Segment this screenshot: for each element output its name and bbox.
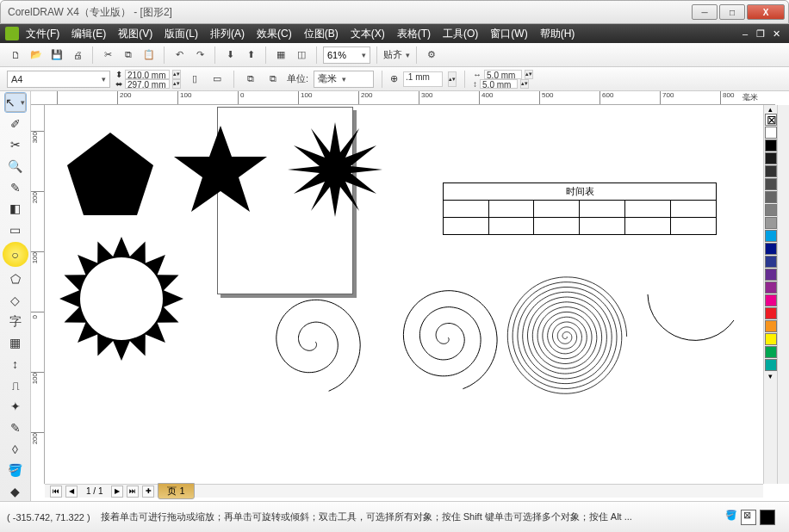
unit-select[interactable]: 毫米: [314, 71, 374, 88]
doc-restore-button[interactable]: ❐: [753, 28, 768, 40]
interactive-fill-tool[interactable]: ◆: [5, 482, 26, 501]
spiral-shape-1[interactable]: [257, 286, 369, 398]
color-swatch[interactable]: [765, 256, 777, 268]
snap-dropdown-arrow-icon[interactable]: ▾: [406, 51, 410, 59]
pick-tool[interactable]: ↖: [5, 93, 26, 112]
menu-text[interactable]: 文本(X): [351, 27, 385, 41]
last-page-button[interactable]: ⏭: [127, 486, 139, 498]
page-width-input[interactable]: 210.0 mm: [125, 70, 170, 79]
horizontal-scrollbar[interactable]: ⏮ ◀ 1 / 1 ▶ ⏭ ✚ 页 1: [45, 484, 763, 498]
paper-size-select[interactable]: A4: [7, 71, 110, 88]
page-height-input[interactable]: 297.0 mm: [125, 79, 170, 89]
table-tool[interactable]: ▦: [5, 333, 26, 352]
paste-button[interactable]: 📋: [140, 46, 158, 64]
menu-layout[interactable]: 版面(L): [165, 27, 198, 41]
redo-button[interactable]: ↷: [191, 46, 208, 64]
height-spinner[interactable]: ▴▾: [172, 79, 181, 89]
zoom-select[interactable]: 61%: [323, 46, 370, 64]
vertical-ruler[interactable]: 3002001000100200: [31, 105, 45, 484]
table-cell[interactable]: [624, 218, 670, 235]
color-swatch[interactable]: [765, 217, 777, 229]
color-swatch[interactable]: [765, 243, 777, 255]
zoom-tool[interactable]: 🔍: [5, 157, 26, 176]
menu-table[interactable]: 表格(T): [397, 27, 431, 41]
table-cell[interactable]: [580, 201, 625, 218]
import-button[interactable]: ⬇: [221, 46, 239, 64]
color-swatch[interactable]: [765, 230, 777, 242]
table-cell[interactable]: [488, 201, 534, 218]
table-cell[interactable]: [624, 201, 670, 218]
welcome-button[interactable]: ◫: [293, 46, 310, 64]
export-button[interactable]: ⬆: [242, 46, 259, 64]
eyedropper-tool[interactable]: ✎: [5, 418, 26, 437]
dup-y-spinner[interactable]: ▴▾: [520, 79, 529, 89]
nudge-input[interactable]: .1 mm: [403, 71, 443, 87]
outline-tool[interactable]: ◊: [5, 440, 26, 459]
print-button[interactable]: 🖨: [69, 46, 86, 64]
nudge-spinner[interactable]: ▴▾: [448, 71, 457, 87]
table-cell[interactable]: [670, 218, 716, 235]
outline-color-indicator[interactable]: [760, 510, 775, 525]
menu-tools[interactable]: 工具(O): [443, 27, 478, 41]
color-swatch[interactable]: [765, 191, 777, 203]
menu-window[interactable]: 窗口(W): [490, 27, 527, 41]
no-fill-indicator[interactable]: ⊠: [741, 510, 756, 525]
dense-spiral-shape[interactable]: [501, 272, 631, 401]
next-page-button[interactable]: ▶: [111, 486, 123, 498]
table-cell[interactable]: [444, 201, 489, 218]
color-swatch[interactable]: [765, 333, 777, 345]
first-page-button[interactable]: ⏮: [50, 486, 62, 498]
color-swatch[interactable]: [765, 346, 777, 358]
crop-tool[interactable]: ✂: [5, 135, 26, 154]
dup-x-input[interactable]: 5.0 mm: [484, 70, 522, 79]
minimize-button[interactable]: ─: [692, 4, 718, 20]
undo-button[interactable]: ↶: [171, 46, 188, 64]
pentagon-shape[interactable]: [67, 133, 153, 215]
interactive-tool[interactable]: ✦: [5, 398, 26, 417]
close-button[interactable]: X: [747, 4, 785, 20]
doc-minimize-button[interactable]: –: [737, 28, 753, 39]
text-tool[interactable]: 字: [5, 312, 26, 331]
smart-fill-tool[interactable]: ◧: [5, 199, 26, 218]
arc-shape[interactable]: [639, 286, 742, 389]
table-cell[interactable]: [534, 201, 580, 218]
schedule-table[interactable]: 时间表: [443, 182, 717, 235]
shape-tool[interactable]: ✐: [5, 114, 26, 133]
facing-pages-button[interactable]: ⧉: [264, 71, 282, 88]
table-cell[interactable]: [488, 218, 534, 235]
app-launcher-button[interactable]: ▦: [272, 46, 289, 64]
menu-help[interactable]: 帮助(H): [540, 27, 575, 41]
cut-button[interactable]: ✂: [99, 46, 116, 64]
color-swatch[interactable]: [765, 320, 777, 332]
prev-page-button[interactable]: ◀: [65, 486, 78, 498]
star-shape[interactable]: [174, 126, 267, 215]
sunburst-shape[interactable]: [288, 122, 382, 217]
ellipse-tool[interactable]: ○: [3, 242, 28, 268]
table-cell[interactable]: [670, 201, 716, 218]
color-swatch[interactable]: [765, 127, 777, 139]
menu-effects[interactable]: 效果(C): [257, 27, 292, 41]
color-swatch[interactable]: [765, 204, 777, 216]
dup-y-input[interactable]: 5.0 mm: [480, 79, 518, 89]
page-tab[interactable]: 页 1: [158, 483, 194, 499]
menu-file[interactable]: 文件(F): [26, 27, 59, 41]
vertical-scrollbar[interactable]: [777, 105, 789, 484]
color-swatch[interactable]: [765, 281, 777, 294]
freehand-tool[interactable]: ✎: [5, 178, 26, 197]
color-swatch[interactable]: [765, 294, 777, 306]
basic-shapes-tool[interactable]: ◇: [5, 291, 26, 310]
dup-x-spinner[interactable]: ▴▾: [525, 70, 533, 79]
menu-edit[interactable]: 编辑(E): [71, 27, 106, 41]
dimension-tool[interactable]: ↕: [5, 355, 26, 374]
menu-arrange[interactable]: 排列(A): [210, 27, 245, 41]
open-button[interactable]: 📂: [28, 46, 45, 64]
color-swatch[interactable]: [765, 359, 777, 371]
portrait-button[interactable]: ▯: [186, 71, 203, 88]
copy-button[interactable]: ⧉: [120, 46, 137, 64]
menu-bitmap[interactable]: 位图(B): [304, 27, 339, 41]
rectangle-tool[interactable]: ▭: [5, 220, 26, 239]
horizontal-ruler[interactable]: 2001000100200300400500600700800: [31, 91, 775, 105]
width-spinner[interactable]: ▴▾: [172, 70, 181, 79]
spiral-shape-2[interactable]: [384, 275, 505, 396]
connector-tool[interactable]: ⎍: [5, 376, 26, 395]
